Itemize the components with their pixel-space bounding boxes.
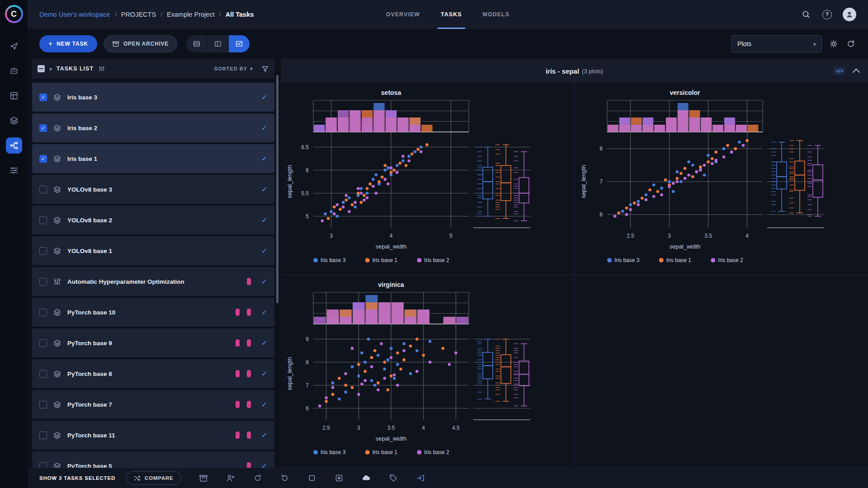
chart-versicolor[interactable]: 2.533.54678versicolorsepal_widthsepal_le…: [578, 85, 859, 275]
svg-text:4.5: 4.5: [452, 425, 460, 431]
main-tabs: OVERVIEW TASKS MODELS: [386, 0, 509, 29]
task-name: YOLOv8 base 3: [67, 186, 112, 193]
task-row[interactable]: PyTorch base 11: [32, 421, 274, 450]
task-row[interactable]: PyTorch base 10: [32, 298, 274, 327]
task-checkbox[interactable]: [39, 309, 47, 316]
dashboard-icon: [9, 41, 19, 51]
sidebar-item-dashboard[interactable]: [6, 38, 22, 54]
retry-icon[interactable]: [253, 473, 263, 483]
logo-letter: C: [7, 7, 21, 21]
svg-text:Iris base 1: Iris base 1: [666, 257, 691, 263]
task-row[interactable]: PyTorch base 8: [32, 359, 274, 388]
sidebar-item-pipelines[interactable]: [6, 137, 22, 154]
chart-view-button[interactable]: [229, 35, 250, 52]
task-checkbox[interactable]: [39, 370, 47, 378]
task-checkbox[interactable]: [39, 94, 47, 101]
tab-models[interactable]: MODELS: [483, 0, 509, 29]
breadcrumb-projects[interactable]: PROJECTS: [121, 11, 156, 18]
chevron-down-icon: [813, 40, 816, 47]
tags-icon[interactable]: [388, 473, 398, 483]
settings-gear-icon[interactable]: [828, 38, 839, 49]
sidebar-item-applications[interactable]: [6, 63, 22, 79]
select-all-checkbox[interactable]: [38, 65, 45, 72]
task-checkbox[interactable]: [39, 155, 47, 163]
sidebar-item-datasets[interactable]: [6, 113, 22, 129]
view-toggle-group: [186, 35, 250, 52]
task-row[interactable]: Automatic Hyperparameter Optimization: [32, 267, 274, 296]
plot-cell-versicolor[interactable]: 2.533.54678versicolorsepal_widthsepal_le…: [575, 83, 868, 275]
breadcrumb-all-tasks[interactable]: All Tasks: [226, 11, 254, 18]
task-row[interactable]: PyTorch base 7: [32, 390, 274, 419]
clone-icon[interactable]: [226, 473, 236, 483]
task-checkbox[interactable]: [39, 186, 47, 193]
plots-group-header: iris - sepal (3 plots): [281, 59, 868, 83]
svg-text:Iris base 2: Iris base 2: [424, 449, 449, 455]
stop-icon[interactable]: [307, 473, 317, 483]
help-icon[interactable]: [822, 10, 832, 19]
task-name: PyTorch base 8: [67, 371, 112, 377]
new-task-button[interactable]: NEW TASK: [39, 35, 97, 52]
sidebar-item-orchestration[interactable]: [6, 162, 22, 178]
svg-text:versicolor: versicolor: [670, 89, 700, 96]
task-checkbox[interactable]: [39, 401, 47, 408]
clearml-logo[interactable]: C: [5, 5, 23, 23]
task-name: Iris base 3: [67, 94, 97, 101]
task-checkbox[interactable]: [39, 124, 47, 132]
status-completed-icon: [261, 155, 267, 163]
task-row[interactable]: YOLOv8 base 2: [32, 206, 274, 235]
enqueue-icon[interactable]: [415, 473, 425, 483]
task-row[interactable]: PyTorch base 9: [32, 328, 274, 357]
breadcrumb: Demo User's workspace / PROJECTS / Examp…: [39, 11, 254, 18]
plots-dropdown[interactable]: Plots: [731, 35, 822, 52]
table-view-button[interactable]: [186, 35, 208, 52]
task-row[interactable]: Iris base 2: [32, 113, 274, 142]
svg-text:sepal_length: sepal_length: [286, 165, 293, 198]
selection-count-label: SHOW 3 TASKS SELECTED: [39, 475, 115, 481]
main-content: TASKS LIST SORTED BY Iris base 3Iris bas…: [28, 59, 868, 468]
task-row[interactable]: Iris base 3: [32, 83, 274, 112]
plots-group-title: iris - sepal: [546, 67, 579, 75]
tab-overview[interactable]: OVERVIEW: [386, 0, 420, 29]
filter-funnel-icon[interactable]: [261, 65, 269, 73]
tasks-scrollbar[interactable]: [276, 75, 278, 303]
open-archive-button[interactable]: OPEN ARCHIVE: [104, 35, 178, 52]
embed-code-icon[interactable]: [834, 67, 845, 75]
svg-text:6.5: 6.5: [301, 144, 309, 150]
chart-virginica[interactable]: 2.533.544.56789virginicasepal_widthsepal…: [284, 277, 566, 467]
search-icon[interactable]: [801, 9, 811, 20]
plot-cell-virginica[interactable]: 2.533.544.56789virginicasepal_widthsepal…: [281, 275, 575, 467]
sorted-by-control[interactable]: SORTED BY: [214, 66, 253, 72]
task-checkbox[interactable]: [39, 339, 47, 347]
archive-icon[interactable]: [198, 473, 208, 483]
task-checkbox[interactable]: [39, 216, 47, 224]
avatar[interactable]: [843, 8, 856, 21]
task-checkbox[interactable]: [39, 247, 47, 255]
chart-setosa[interactable]: 34555.566.5setosasepal_widthsepal_length…: [284, 85, 566, 275]
reset-icon[interactable]: [280, 473, 290, 483]
breadcrumb-project[interactable]: Example Project: [167, 11, 215, 18]
plot-cell-setosa[interactable]: 34555.566.5setosasepal_widthsepal_length…: [281, 83, 575, 275]
svg-text:3: 3: [668, 233, 671, 239]
svg-text:4: 4: [422, 425, 425, 431]
task-row[interactable]: Iris base 1: [32, 144, 274, 173]
task-row[interactable]: PyTorch base 5: [32, 451, 274, 468]
svg-text:sepal_length: sepal_length: [580, 165, 587, 198]
collapse-chevron-icon[interactable]: [853, 68, 860, 76]
publish-icon[interactable]: [361, 473, 371, 483]
task-row[interactable]: YOLOv8 base 3: [32, 175, 274, 204]
task-checkbox[interactable]: [39, 462, 47, 468]
monitor-icon[interactable]: [334, 473, 344, 483]
task-name: YOLOv8 base 2: [67, 217, 112, 224]
split-view-button[interactable]: [208, 35, 229, 52]
task-row[interactable]: YOLOv8 base 1: [32, 236, 274, 265]
select-all-caret-icon[interactable]: [49, 65, 52, 73]
column-settings-icon[interactable]: [98, 65, 105, 72]
task-checkbox[interactable]: [39, 278, 47, 286]
tab-tasks[interactable]: TASKS: [441, 0, 462, 29]
task-checkbox[interactable]: [39, 432, 47, 439]
breadcrumb-workspace[interactable]: Demo User's workspace: [39, 11, 110, 18]
plots-header-actions: [834, 59, 859, 83]
compare-button[interactable]: COMPARE: [126, 471, 181, 485]
auto-refresh-icon[interactable]: [845, 38, 856, 49]
sidebar-item-reports[interactable]: [6, 88, 22, 104]
